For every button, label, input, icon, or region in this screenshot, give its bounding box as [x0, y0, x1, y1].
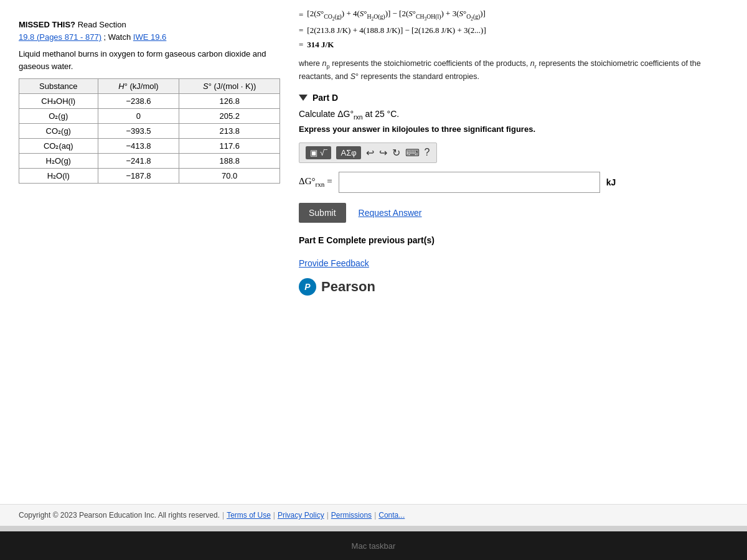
part-e-bold: Part E: [299, 235, 324, 245]
terms-link[interactable]: Terms of Use: [227, 511, 271, 520]
table-row: CH₃OH(l)−238.6126.8: [19, 94, 280, 109]
contact-link[interactable]: Conta...: [378, 511, 405, 520]
missed-this-section: MISSED THIS? Read Section 19.8 (Pages 87…: [19, 19, 274, 43]
pipe-1: |: [222, 511, 224, 520]
table-cell: CO₂(g): [19, 124, 98, 139]
pipe-3: |: [327, 511, 329, 520]
pearson-name: Pearson: [321, 279, 375, 295]
part-d-text: Part D: [312, 93, 338, 103]
table-row: CO₂(aq)−413.8117.6: [19, 139, 280, 154]
help-button[interactable]: ?: [425, 147, 430, 158]
table-cell: 70.0: [179, 169, 280, 184]
submit-row: Submit Request Answer: [299, 203, 735, 223]
taskbar: Mac taskbar: [0, 531, 747, 560]
refresh-button[interactable]: ↻: [392, 147, 400, 159]
answer-row: ΔG°rxn = kJ: [299, 172, 735, 193]
table-cell: 188.8: [179, 154, 280, 169]
table-cell: CO₂(aq): [19, 139, 98, 154]
express-text: Express your answer in kilojoules to thr…: [299, 124, 735, 134]
symbol-label: AΣφ: [341, 148, 356, 157]
request-answer-link[interactable]: Request Answer: [359, 208, 422, 218]
sqrt-icon: √‾: [320, 148, 327, 157]
col-substance: Substance: [19, 79, 98, 94]
eq-text-3: 314 J/K: [307, 37, 334, 52]
part-e-section: Part E Complete previous part(s): [299, 235, 735, 245]
table-cell: −241.8: [98, 154, 179, 169]
col-entropy: S° (J/(mol · K)): [179, 79, 280, 94]
table-row: H₂O(g)−241.8188.8: [19, 154, 280, 169]
table-cell: CH₃OH(l): [19, 94, 98, 109]
missed-this-label: MISSED THIS?: [19, 20, 75, 29]
pearson-icon: P: [299, 278, 316, 296]
col-enthalpy: H° (kJ/mol): [98, 79, 179, 94]
undo-button[interactable]: ↩: [366, 147, 374, 159]
eq-row-2: = [2(213.8 J/K) + 4(188.8 J/K)] − [2(126…: [299, 23, 735, 37]
table-cell: −413.8: [98, 139, 179, 154]
iwe-link[interactable]: IWE 19.6: [133, 32, 166, 42]
taskbar-text: Mac taskbar: [352, 541, 396, 551]
formula-toolbar: ▣ √‾ AΣφ ↩ ↪ ↻ ⌨ ?: [299, 142, 437, 163]
delta-g-input[interactable]: [339, 172, 600, 193]
equations-section: = [2(S°CO2(g)) + 4(S°H2O(g))] − [2(S°CH3…: [299, 6, 735, 52]
table-row: O₂(g)0205.2: [19, 109, 280, 124]
table-cell: O₂(g): [19, 109, 98, 124]
privacy-link[interactable]: Privacy Policy: [278, 511, 324, 520]
kj-unit-label: kJ: [606, 177, 616, 187]
table-row: CO₂(g)−393.5213.8: [19, 124, 280, 139]
delta-g-label: ΔG°rxn =: [299, 176, 332, 188]
collapse-icon[interactable]: [299, 95, 308, 101]
footer: Copyright © 2023 Pearson Education Inc. …: [0, 504, 747, 526]
table-cell: −187.8: [98, 169, 179, 184]
pearson-logo: P Pearson: [299, 278, 735, 296]
part-d-label: Part D: [299, 93, 735, 103]
eq-text-2: [2(213.8 J/K) + 4(188.8 J/K)] − [2(126.8…: [307, 23, 486, 37]
left-panel: MISSED THIS? Read Section 19.8 (Pages 87…: [0, 0, 286, 504]
eq-equals-2: =: [299, 23, 303, 37]
table-row: H₂O(l)−187.870.0: [19, 169, 280, 184]
pipe-4: |: [374, 511, 376, 520]
part-e-label: Part E Complete previous part(s): [299, 235, 735, 245]
part-e-desc: Complete previous part(s): [326, 235, 434, 245]
right-panel: = [2(S°CO2(g)) + 4(S°H2O(g))] − [2(S°CH3…: [286, 0, 747, 504]
section-ref-link[interactable]: 19.8 (Pages 871 - 877): [19, 32, 101, 42]
table-cell: 126.8: [179, 94, 280, 109]
pipe-2: |: [273, 511, 275, 520]
permissions-link[interactable]: Permissions: [331, 511, 372, 520]
read-section-label: Read Section: [78, 20, 126, 29]
substance-table: Substance H° (kJ/mol) S° (J/(mol · K)) C…: [19, 78, 280, 184]
table-cell: 117.6: [179, 139, 280, 154]
table-cell: 205.2: [179, 109, 280, 124]
keyboard-button[interactable]: ⌨: [405, 147, 420, 159]
matrix-sqrt-button[interactable]: ▣ √‾: [306, 146, 331, 159]
eq-equals-3: =: [299, 37, 303, 52]
table-cell: −393.5: [98, 124, 179, 139]
table-cell: H₂O(l): [19, 169, 98, 184]
calculate-text: Calculate ΔG°rxn at 25 °C.: [299, 109, 735, 121]
redo-button[interactable]: ↪: [379, 147, 387, 159]
table-cell: H₂O(g): [19, 154, 98, 169]
submit-button[interactable]: Submit: [299, 203, 346, 223]
eq-row-1: = [2(S°CO2(g)) + 4(S°H2O(g))] − [2(S°CH3…: [299, 6, 735, 23]
eq-row-3: = 314 J/K: [299, 37, 735, 52]
watch-text: ; Watch: [104, 32, 131, 42]
where-text: where np represents the stoichiometric c…: [299, 58, 722, 82]
part-d-section: Part D Calculate ΔG°rxn at 25 °C. Expres…: [299, 93, 735, 223]
eq-text-1: [2(S°CO2(g)) + 4(S°H2O(g))] − [2(S°CH3OH…: [307, 6, 486, 23]
copyright-text: Copyright © 2023 Pearson Education Inc. …: [19, 511, 220, 520]
table-cell: 0: [98, 109, 179, 124]
provide-feedback-link[interactable]: Provide Feedback: [299, 258, 369, 268]
matrix-icon: ▣: [310, 148, 317, 157]
table-cell: 213.8: [179, 124, 280, 139]
symbol-button[interactable]: AΣφ: [336, 146, 360, 159]
liquid-description: Liquid methanol burns in oxygen to form …: [19, 48, 274, 72]
eq-equals-1: =: [299, 7, 303, 22]
table-cell: −238.6: [98, 94, 179, 109]
